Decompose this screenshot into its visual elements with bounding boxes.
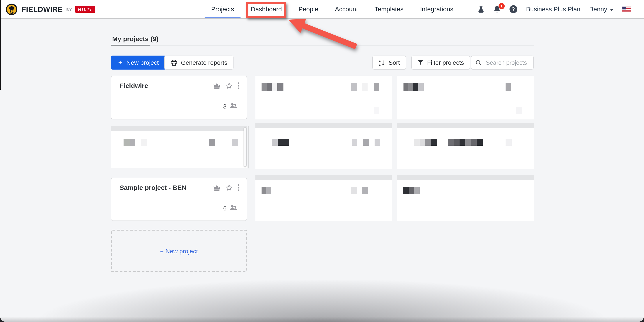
redacted-block [408,83,413,91]
top-navbar: FIELDWIRE BY HILTI Projects Dashboard Pe… [0,0,644,19]
new-project-label: + New project [160,247,198,254]
redacted-block [362,187,368,194]
card-header-bar [256,175,392,180]
redacted-block [272,139,278,146]
crown-icon [213,184,221,193]
redacted-block [506,83,511,91]
redacted-block [262,187,266,194]
help-icon[interactable]: ? [510,5,518,13]
project-card[interactable] [397,123,534,169]
member-count: 6 [223,204,238,212]
star-icon[interactable] [225,82,233,91]
redacted-block [506,139,512,146]
member-count-value: 6 [223,205,226,211]
redacted-block [351,187,357,194]
navbar-right: 1 ? Business Plus Plan Benny [478,0,631,18]
hilti-logo: HILTI [75,6,95,13]
main-nav: Projects Dashboard People Account Templa… [204,0,460,18]
fieldwire-app: FIELDWIRE BY HILTI Projects Dashboard Pe… [0,0,644,322]
redacted-block [141,139,147,146]
redacted-block [374,107,380,114]
language-flag-icon[interactable] [622,6,631,12]
card-header-bar [397,175,534,180]
tab-integrations[interactable]: Integrations [414,0,460,18]
screen-edge-sliver [0,0,1,90]
redacted-block [465,139,471,146]
redacted-block [477,139,483,146]
redacted-block [404,83,408,91]
new-project-card[interactable]: + New project [111,230,247,272]
redacted-block [374,83,380,91]
redacted-block [454,139,460,146]
people-icon [229,102,238,110]
project-card[interactable] [397,76,534,119]
project-card[interactable] [256,123,392,169]
redacted-block [431,139,437,146]
member-count-value: 3 [223,103,226,110]
scrollbar-thumb[interactable] [244,127,247,167]
project-card[interactable] [256,76,392,119]
scrollbar-track [248,126,249,168]
redacted-block [124,139,130,146]
redacted-block [130,139,135,146]
card-header-bar [397,123,534,128]
redacted-block [352,139,356,146]
redacted-block [471,139,477,146]
project-title: Fieldwire [120,82,148,89]
brand-by-label: BY [66,8,72,11]
annotation-highlight-box [246,2,286,18]
active-tab-underline [204,17,241,18]
project-card[interactable] [256,175,392,221]
redacted-block [516,107,522,114]
kebab-menu-icon[interactable] [238,82,240,91]
redacted-block [414,187,420,194]
user-menu[interactable]: Benny [589,6,613,13]
notification-count-badge: 1 [498,3,505,9]
fieldwire-logo-icon [6,3,18,15]
brand: FIELDWIRE BY HILTI [6,0,95,18]
redacted-block [426,139,431,146]
project-title: Sample project - BEN [120,184,186,191]
redacted-block [266,187,271,194]
redacted-block [277,83,284,91]
card-header-bar [111,126,247,131]
people-icon [229,204,238,212]
my-projects-tab-underline [111,44,150,45]
tab-account[interactable]: Account [328,0,364,18]
redacted-block [278,139,289,146]
redacted-block [403,187,409,194]
redacted-block [418,83,424,91]
notifications-bell-icon[interactable]: 1 [493,5,501,13]
project-card-actions [213,184,240,193]
plan-label: Business Plus Plan [526,6,580,13]
tab-people[interactable]: People [292,0,325,18]
project-card-actions [213,82,240,91]
kebab-menu-icon[interactable] [238,184,240,193]
redacted-block [420,139,426,146]
redacted-block [409,187,414,194]
project-card[interactable] [111,126,247,168]
project-card[interactable] [397,175,534,221]
projects-grid: Fieldwire3Sample project - BEN6+ New pro… [0,0,644,322]
project-card[interactable]: Fieldwire3 [111,76,247,119]
redacted-block [262,83,267,91]
brand-name: FIELDWIRE [22,5,63,13]
star-icon[interactable] [225,184,233,193]
redacted-block [374,139,380,146]
redacted-block [209,139,215,146]
crown-icon [213,82,221,91]
project-card[interactable]: Sample project - BEN6 [111,178,247,221]
tab-projects[interactable]: Projects [204,0,241,18]
member-count: 3 [223,102,238,110]
redacted-block [362,83,368,91]
redacted-block [460,139,465,146]
chevron-down-icon [610,8,613,11]
redacted-block [413,83,418,91]
tab-templates[interactable]: Templates [368,0,410,18]
redacted-block [272,83,277,91]
redacted-block [448,139,454,146]
labs-flask-icon[interactable] [478,5,484,13]
redacted-block [267,83,272,91]
redacted-block [414,139,420,146]
tab-dashboard[interactable]: Dashboard [244,0,288,18]
